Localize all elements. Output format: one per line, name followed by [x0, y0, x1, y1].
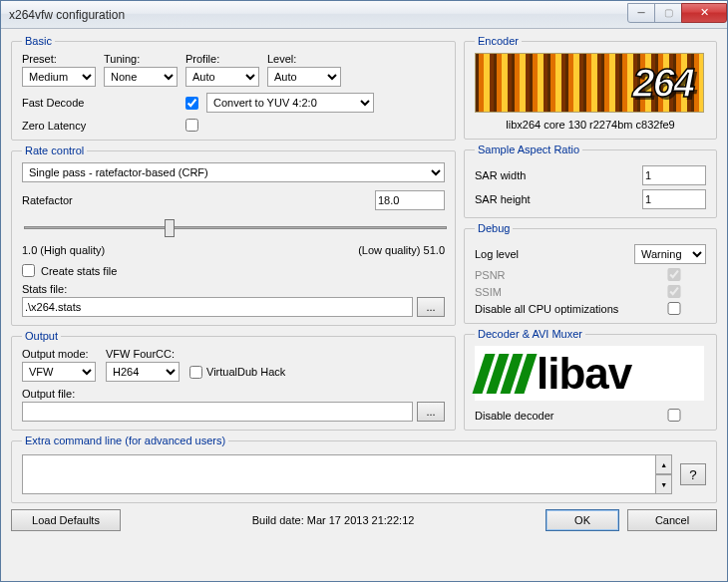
bottom-bar: Load Defaults Build date: Mar 17 2013 21… [11, 509, 717, 531]
debug-legend: Debug [475, 222, 513, 234]
rate-control-group: Rate control Single pass - ratefactor-ba… [11, 145, 456, 326]
client-area: Basic Preset: Medium Tuning: None Profil… [1, 29, 727, 581]
create-stats-checkbox[interactable] [22, 264, 35, 277]
psnr-label: PSNR [475, 269, 506, 281]
encoder-caption: libx264 core 130 r2274bm c832fe9 [475, 119, 706, 131]
ratefactor-label: Ratefactor [22, 194, 367, 206]
output-mode-label: Output mode: [22, 348, 96, 360]
ssim-label: SSIM [475, 286, 502, 298]
disable-decoder-label: Disable decoder [475, 410, 554, 422]
profile-select[interactable]: Auto [185, 67, 259, 87]
log-level-select[interactable]: Warning [634, 244, 706, 264]
libav-logo-text: libav [537, 349, 631, 399]
ok-button[interactable]: OK [546, 509, 619, 531]
encoder-logo-text: 264 [632, 61, 703, 106]
ssim-checkbox [642, 285, 706, 298]
output-file-label: Output file: [22, 388, 445, 400]
ratefactor-input[interactable] [375, 190, 445, 210]
close-button[interactable]: ✕ [681, 3, 727, 23]
fast-decode-checkbox[interactable] [185, 97, 198, 110]
profile-label: Profile: [185, 53, 259, 65]
sar-width-input[interactable] [642, 165, 706, 185]
encoder-group: Encoder 264 libx264 core 130 r2274bm c83… [464, 35, 717, 140]
debug-group: Debug Log level Warning PSNR SSIM Dis [464, 222, 717, 324]
titlebar: x264vfw configuration ─ ▢ ✕ [1, 1, 727, 29]
extra-cmdline-input[interactable] [22, 454, 656, 494]
basic-group: Basic Preset: Medium Tuning: None Profil… [11, 35, 456, 141]
basic-legend: Basic [22, 35, 55, 47]
sar-width-label: SAR width [475, 169, 526, 181]
tuning-label: Tuning: [104, 53, 178, 65]
log-level-label: Log level [475, 248, 519, 260]
libav-logo: libav [475, 346, 704, 401]
build-date-label: Build date: Mar 17 2013 21:22:12 [129, 514, 538, 526]
sar-group: Sample Aspect Ratio SAR width SAR height [464, 144, 717, 218]
disable-decoder-checkbox[interactable] [642, 409, 706, 422]
extra-spin[interactable]: ▲ ▼ [656, 454, 672, 494]
encoder-legend: Encoder [475, 35, 522, 47]
preset-label: Preset: [22, 53, 96, 65]
level-select[interactable]: Auto [267, 67, 341, 87]
sar-legend: Sample Aspect Ratio [475, 144, 582, 155]
window-buttons: ─ ▢ ✕ [628, 3, 727, 23]
stats-file-label: Stats file: [22, 283, 445, 295]
disable-cpu-checkbox[interactable] [642, 302, 706, 315]
colorspace-select[interactable]: Convert to YUV 4:2:0 [206, 93, 374, 113]
cancel-button[interactable]: Cancel [627, 509, 717, 531]
output-file-input[interactable] [22, 402, 413, 422]
decoder-legend: Decoder & AVI Muxer [475, 328, 585, 340]
extra-legend: Extra command line (for advanced users) [22, 435, 228, 446]
stats-browse-button[interactable]: ... [417, 297, 445, 317]
quality-low-label: (Low quality) 51.0 [358, 244, 445, 256]
create-stats-label: Create stats file [41, 265, 117, 277]
config-window: x264vfw configuration ─ ▢ ✕ Basic Preset… [0, 0, 728, 582]
output-mode-select[interactable]: VFW [22, 362, 96, 382]
load-defaults-button[interactable]: Load Defaults [11, 509, 121, 531]
output-group: Output Output mode: VFW VFW FourCC: H264 [11, 330, 456, 431]
zero-latency-checkbox[interactable] [185, 119, 198, 132]
sar-height-label: SAR height [475, 193, 531, 205]
extra-group: Extra command line (for advanced users) … [11, 435, 717, 503]
fourcc-select[interactable]: H264 [106, 362, 180, 382]
help-button[interactable]: ? [680, 463, 706, 485]
encoder-logo: 264 [475, 53, 704, 113]
psnr-checkbox [642, 268, 706, 281]
maximize-button[interactable]: ▢ [654, 3, 682, 23]
level-label: Level: [267, 53, 341, 65]
chevron-up-icon[interactable]: ▲ [656, 454, 672, 474]
disable-cpu-label: Disable all CPU optimizations [475, 303, 618, 315]
preset-select[interactable]: Medium [22, 67, 96, 87]
output-legend: Output [22, 330, 61, 342]
vdub-hack-checkbox[interactable] [189, 366, 202, 379]
window-title: x264vfw configuration [9, 8, 628, 22]
sar-height-input[interactable] [642, 189, 706, 209]
rate-mode-select[interactable]: Single pass - ratefactor-based (CRF) [22, 162, 445, 182]
minimize-button[interactable]: ─ [627, 3, 655, 23]
quality-high-label: 1.0 (High quality) [22, 244, 105, 256]
fourcc-label: VFW FourCC: [106, 348, 180, 360]
ratefactor-slider[interactable] [24, 216, 447, 238]
decoder-group: Decoder & AVI Muxer libav Disable decode… [464, 328, 717, 431]
zero-latency-label: Zero Latency [22, 120, 185, 132]
output-browse-button[interactable]: ... [417, 402, 445, 422]
chevron-down-icon[interactable]: ▼ [656, 474, 672, 494]
vdub-hack-label: VirtualDub Hack [206, 366, 285, 378]
tuning-select[interactable]: None [104, 67, 178, 87]
rate-control-legend: Rate control [22, 145, 87, 156]
stats-file-input[interactable] [22, 297, 413, 317]
fast-decode-label: Fast Decode [22, 97, 185, 109]
